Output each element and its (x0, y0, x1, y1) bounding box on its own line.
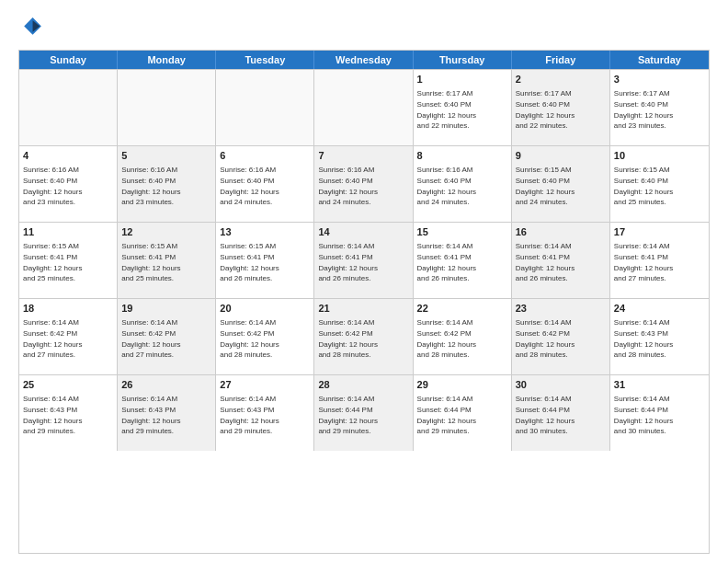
cell-info: Sunrise: 6:14 AM Sunset: 6:41 PM Dayligh… (417, 241, 507, 283)
calendar-cell (118, 70, 216, 145)
cell-info: Sunrise: 6:16 AM Sunset: 6:40 PM Dayligh… (23, 165, 113, 207)
cell-info: Sunrise: 6:14 AM Sunset: 6:42 PM Dayligh… (516, 317, 606, 360)
cell-info: Sunrise: 6:14 AM Sunset: 6:44 PM Dayligh… (614, 394, 705, 436)
calendar-cell: 25Sunrise: 6:14 AM Sunset: 6:43 PM Dayli… (19, 375, 118, 451)
calendar-cell: 27Sunrise: 6:14 AM Sunset: 6:43 PM Dayli… (216, 375, 314, 451)
calendar-cell: 5Sunrise: 6:16 AM Sunset: 6:40 PM Daylig… (118, 146, 216, 222)
calendar-row-3: 18Sunrise: 6:14 AM Sunset: 6:42 PM Dayli… (19, 298, 709, 374)
day-header-tuesday: Tuesday (216, 51, 314, 69)
calendar-cell: 22Sunrise: 6:14 AM Sunset: 6:42 PM Dayli… (414, 299, 512, 374)
cell-info: Sunrise: 6:14 AM Sunset: 6:42 PM Dayligh… (121, 317, 211, 360)
cell-info: Sunrise: 6:14 AM Sunset: 6:44 PM Dayligh… (417, 394, 507, 436)
calendar-cell: 26Sunrise: 6:14 AM Sunset: 6:43 PM Dayli… (118, 375, 216, 451)
day-number: 3 (614, 73, 705, 86)
cell-info: Sunrise: 6:14 AM Sunset: 6:41 PM Dayligh… (614, 241, 705, 283)
cell-info: Sunrise: 6:15 AM Sunset: 6:41 PM Dayligh… (23, 241, 113, 283)
calendar-cell: 23Sunrise: 6:14 AM Sunset: 6:42 PM Dayli… (512, 299, 610, 374)
day-number: 22 (417, 302, 507, 316)
day-number: 25 (23, 378, 113, 392)
calendar-cell (216, 70, 314, 145)
calendar-cell: 17Sunrise: 6:14 AM Sunset: 6:41 PM Dayli… (610, 223, 709, 298)
calendar-cell: 13Sunrise: 6:15 AM Sunset: 6:41 PM Dayli… (216, 223, 314, 298)
day-number: 28 (318, 378, 408, 392)
day-number: 17 (614, 225, 705, 239)
day-number: 15 (417, 225, 507, 239)
cell-info: Sunrise: 6:17 AM Sunset: 6:40 PM Dayligh… (516, 88, 606, 131)
calendar-cell: 9Sunrise: 6:15 AM Sunset: 6:40 PM Daylig… (512, 146, 610, 222)
cell-info: Sunrise: 6:16 AM Sunset: 6:40 PM Dayligh… (220, 165, 310, 207)
day-header-friday: Friday (512, 51, 610, 69)
cell-info: Sunrise: 6:14 AM Sunset: 6:42 PM Dayligh… (23, 317, 113, 360)
day-number: 26 (121, 378, 211, 392)
header (18, 15, 710, 40)
calendar-cell: 10Sunrise: 6:15 AM Sunset: 6:40 PM Dayli… (610, 146, 709, 222)
day-number: 10 (614, 149, 705, 163)
day-number: 24 (614, 302, 705, 316)
day-number: 31 (614, 378, 705, 392)
calendar-cell: 15Sunrise: 6:14 AM Sunset: 6:41 PM Dayli… (414, 223, 512, 298)
calendar-cell: 18Sunrise: 6:14 AM Sunset: 6:42 PM Dayli… (19, 299, 118, 374)
cell-info: Sunrise: 6:17 AM Sunset: 6:40 PM Dayligh… (417, 88, 507, 131)
day-number: 13 (220, 225, 310, 239)
day-number: 4 (23, 149, 113, 163)
calendar-cell: 11Sunrise: 6:15 AM Sunset: 6:41 PM Dayli… (19, 223, 118, 298)
day-number: 9 (516, 149, 606, 163)
cell-info: Sunrise: 6:16 AM Sunset: 6:40 PM Dayligh… (318, 165, 408, 207)
calendar-cell: 16Sunrise: 6:14 AM Sunset: 6:41 PM Dayli… (512, 223, 610, 298)
day-number: 8 (417, 149, 507, 163)
calendar-cell: 30Sunrise: 6:14 AM Sunset: 6:44 PM Dayli… (512, 375, 610, 451)
cell-info: Sunrise: 6:15 AM Sunset: 6:40 PM Dayligh… (614, 165, 705, 207)
day-number: 29 (417, 378, 507, 392)
day-header-thursday: Thursday (414, 51, 512, 69)
calendar-cell: 7Sunrise: 6:16 AM Sunset: 6:40 PM Daylig… (314, 146, 413, 222)
calendar-cell: 19Sunrise: 6:14 AM Sunset: 6:42 PM Dayli… (118, 299, 216, 374)
day-number: 23 (516, 302, 606, 316)
calendar-cell: 12Sunrise: 6:15 AM Sunset: 6:41 PM Dayli… (118, 223, 216, 298)
calendar-cell: 6Sunrise: 6:16 AM Sunset: 6:40 PM Daylig… (216, 146, 314, 222)
day-number: 20 (220, 302, 310, 316)
cell-info: Sunrise: 6:14 AM Sunset: 6:41 PM Dayligh… (516, 241, 606, 283)
cell-info: Sunrise: 6:16 AM Sunset: 6:40 PM Dayligh… (417, 165, 507, 207)
calendar-row-2: 11Sunrise: 6:15 AM Sunset: 6:41 PM Dayli… (19, 222, 709, 298)
cell-info: Sunrise: 6:17 AM Sunset: 6:40 PM Dayligh… (614, 88, 705, 131)
day-number: 11 (23, 225, 113, 239)
cell-info: Sunrise: 6:15 AM Sunset: 6:40 PM Dayligh… (516, 165, 606, 207)
day-number: 16 (516, 225, 606, 239)
logo-icon (18, 15, 44, 40)
day-number: 5 (121, 149, 211, 163)
cell-info: Sunrise: 6:15 AM Sunset: 6:41 PM Dayligh… (220, 241, 310, 283)
calendar-cell: 4Sunrise: 6:16 AM Sunset: 6:40 PM Daylig… (19, 146, 118, 222)
day-number: 21 (318, 302, 408, 316)
calendar-cell: 24Sunrise: 6:14 AM Sunset: 6:43 PM Dayli… (610, 299, 709, 374)
day-number: 2 (516, 73, 606, 86)
calendar-cell: 21Sunrise: 6:14 AM Sunset: 6:42 PM Dayli… (314, 299, 413, 374)
cell-info: Sunrise: 6:14 AM Sunset: 6:43 PM Dayligh… (121, 394, 211, 436)
calendar-cell: 31Sunrise: 6:14 AM Sunset: 6:44 PM Dayli… (610, 375, 709, 451)
calendar: SundayMondayTuesdayWednesdayThursdayFrid… (18, 50, 710, 554)
day-number: 18 (23, 302, 113, 316)
cell-info: Sunrise: 6:14 AM Sunset: 6:42 PM Dayligh… (220, 317, 310, 360)
day-number: 19 (121, 302, 211, 316)
calendar-cell: 29Sunrise: 6:14 AM Sunset: 6:44 PM Dayli… (414, 375, 512, 451)
day-header-saturday: Saturday (610, 51, 709, 69)
day-number: 6 (220, 149, 310, 163)
cell-info: Sunrise: 6:14 AM Sunset: 6:44 PM Dayligh… (516, 394, 606, 436)
calendar-cell: 2Sunrise: 6:17 AM Sunset: 6:40 PM Daylig… (512, 70, 610, 145)
day-header-monday: Monday (118, 51, 216, 69)
day-header-sunday: Sunday (19, 51, 118, 69)
calendar-cell: 1Sunrise: 6:17 AM Sunset: 6:40 PM Daylig… (414, 70, 512, 145)
day-number: 7 (318, 149, 408, 163)
calendar-row-1: 4Sunrise: 6:16 AM Sunset: 6:40 PM Daylig… (19, 145, 709, 222)
cell-info: Sunrise: 6:14 AM Sunset: 6:42 PM Dayligh… (417, 317, 507, 360)
logo (18, 15, 48, 40)
calendar-cell: 8Sunrise: 6:16 AM Sunset: 6:40 PM Daylig… (414, 146, 512, 222)
cell-info: Sunrise: 6:15 AM Sunset: 6:41 PM Dayligh… (121, 241, 211, 283)
calendar-cell (314, 70, 413, 145)
calendar-cell: 20Sunrise: 6:14 AM Sunset: 6:42 PM Dayli… (216, 299, 314, 374)
calendar-row-4: 25Sunrise: 6:14 AM Sunset: 6:43 PM Dayli… (19, 374, 709, 451)
cell-info: Sunrise: 6:16 AM Sunset: 6:40 PM Dayligh… (121, 165, 211, 207)
calendar-header: SundayMondayTuesdayWednesdayThursdayFrid… (19, 51, 709, 69)
cell-info: Sunrise: 6:14 AM Sunset: 6:43 PM Dayligh… (220, 394, 310, 436)
cell-info: Sunrise: 6:14 AM Sunset: 6:44 PM Dayligh… (318, 394, 408, 436)
calendar-cell: 28Sunrise: 6:14 AM Sunset: 6:44 PM Dayli… (314, 375, 413, 451)
